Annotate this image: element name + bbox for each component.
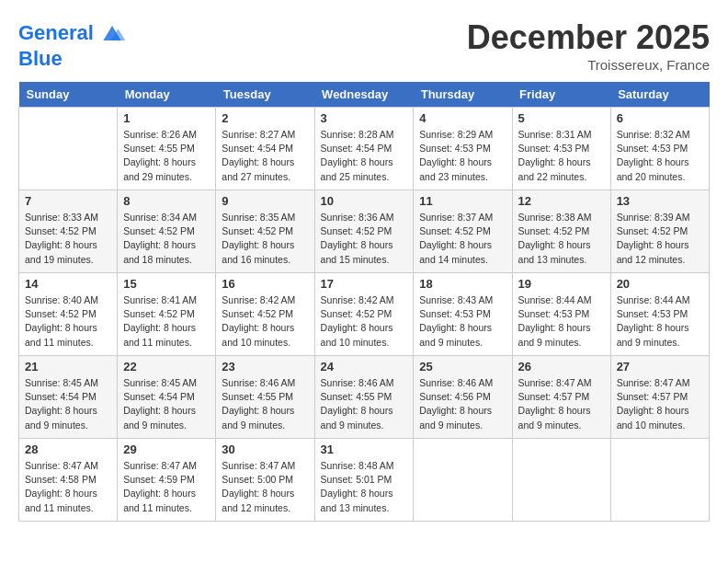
day-cell: 10Sunrise: 8:36 AMSunset: 4:52 PMDayligh… [314,190,414,273]
day-header-friday: Friday [512,82,610,108]
day-number: 7 [25,194,111,208]
day-info: Sunrise: 8:47 AMSunset: 4:58 PMDaylight:… [25,459,111,515]
week-row-5: 28Sunrise: 8:47 AMSunset: 4:58 PMDayligh… [19,439,710,522]
day-cell: 15Sunrise: 8:41 AMSunset: 4:52 PMDayligh… [118,273,216,356]
day-number: 11 [419,194,506,208]
week-row-2: 7Sunrise: 8:33 AMSunset: 4:52 PMDaylight… [19,190,710,273]
week-row-3: 14Sunrise: 8:40 AMSunset: 4:52 PMDayligh… [19,273,710,356]
day-number: 12 [518,194,605,208]
logo: General Blue [18,18,127,70]
day-info: Sunrise: 8:48 AMSunset: 5:01 PMDaylight:… [321,459,408,515]
day-header-saturday: Saturday [610,82,709,108]
day-info: Sunrise: 8:42 AMSunset: 4:52 PMDaylight:… [321,293,408,350]
day-cell: 19Sunrise: 8:44 AMSunset: 4:53 PMDayligh… [512,273,610,356]
day-info: Sunrise: 8:26 AMSunset: 4:55 PMDaylight:… [123,128,210,184]
day-info: Sunrise: 8:39 AMSunset: 4:52 PMDaylight:… [617,211,703,267]
day-cell: 26Sunrise: 8:47 AMSunset: 4:57 PMDayligh… [512,356,610,439]
day-info: Sunrise: 8:32 AMSunset: 4:53 PMDaylight:… [617,128,703,184]
day-cell: 28Sunrise: 8:47 AMSunset: 4:58 PMDayligh… [19,439,118,522]
day-cell: 12Sunrise: 8:38 AMSunset: 4:52 PMDayligh… [512,190,610,273]
day-info: Sunrise: 8:36 AMSunset: 4:52 PMDaylight:… [321,211,408,267]
day-cell: 8Sunrise: 8:34 AMSunset: 4:52 PMDaylight… [118,190,216,273]
day-info: Sunrise: 8:41 AMSunset: 4:52 PMDaylight:… [123,293,210,350]
day-number: 8 [123,194,210,208]
day-cell: 21Sunrise: 8:45 AMSunset: 4:54 PMDayligh… [19,356,118,439]
day-number: 31 [321,442,408,456]
day-number: 24 [321,360,408,373]
day-cell: 25Sunrise: 8:46 AMSunset: 4:56 PMDayligh… [414,356,512,439]
day-cell: 27Sunrise: 8:47 AMSunset: 4:57 PMDayligh… [610,356,709,439]
day-number: 5 [518,111,605,125]
day-cell: 16Sunrise: 8:42 AMSunset: 4:52 PMDayligh… [216,273,314,356]
day-number: 1 [123,111,210,125]
page-header: General Blue December 2025 Troissereux, … [18,18,710,73]
day-number: 6 [617,111,703,125]
week-row-1: 1Sunrise: 8:26 AMSunset: 4:55 PMDaylight… [19,108,710,190]
day-number: 30 [222,442,308,456]
day-number: 16 [222,277,308,291]
day-header-monday: Monday [118,82,216,108]
day-cell: 2Sunrise: 8:27 AMSunset: 4:54 PMDaylight… [216,108,314,190]
day-header-thursday: Thursday [414,82,512,108]
day-info: Sunrise: 8:45 AMSunset: 4:54 PMDaylight:… [25,376,111,432]
day-number: 20 [617,277,703,291]
day-cell: 20Sunrise: 8:44 AMSunset: 4:53 PMDayligh… [610,273,709,356]
day-number: 14 [25,277,111,291]
day-info: Sunrise: 8:47 AMSunset: 4:57 PMDaylight:… [617,376,703,432]
logo-icon [97,18,127,48]
day-number: 19 [518,277,605,291]
day-info: Sunrise: 8:33 AMSunset: 4:52 PMDaylight:… [25,211,111,267]
day-number: 18 [419,277,506,291]
day-info: Sunrise: 8:47 AMSunset: 4:57 PMDaylight:… [518,376,605,432]
day-cell: 31Sunrise: 8:48 AMSunset: 5:01 PMDayligh… [314,439,414,522]
day-number: 2 [222,111,308,125]
day-number: 15 [123,277,210,291]
day-cell: 9Sunrise: 8:35 AMSunset: 4:52 PMDaylight… [216,190,314,273]
day-number: 13 [617,194,703,208]
day-info: Sunrise: 8:31 AMSunset: 4:53 PMDaylight:… [518,128,605,184]
day-number: 25 [419,360,506,373]
day-cell: 22Sunrise: 8:45 AMSunset: 4:54 PMDayligh… [118,356,216,439]
day-cell [512,439,610,522]
day-cell [19,108,118,190]
day-info: Sunrise: 8:46 AMSunset: 4:55 PMDaylight:… [222,376,308,432]
day-cell: 4Sunrise: 8:29 AMSunset: 4:53 PMDaylight… [414,108,512,190]
day-info: Sunrise: 8:27 AMSunset: 4:54 PMDaylight:… [222,128,308,184]
day-info: Sunrise: 8:46 AMSunset: 4:56 PMDaylight:… [419,376,506,432]
day-number: 17 [321,277,408,291]
day-cell: 24Sunrise: 8:46 AMSunset: 4:55 PMDayligh… [314,356,414,439]
day-info: Sunrise: 8:43 AMSunset: 4:53 PMDaylight:… [419,293,506,350]
day-number: 22 [123,360,210,373]
day-cell: 30Sunrise: 8:47 AMSunset: 5:00 PMDayligh… [216,439,314,522]
day-number: 29 [123,442,210,456]
day-cell: 3Sunrise: 8:28 AMSunset: 4:54 PMDaylight… [314,108,414,190]
day-cell: 18Sunrise: 8:43 AMSunset: 4:53 PMDayligh… [414,273,512,356]
day-info: Sunrise: 8:44 AMSunset: 4:53 PMDaylight:… [617,293,703,350]
day-info: Sunrise: 8:38 AMSunset: 4:52 PMDaylight:… [518,211,605,267]
day-cell: 14Sunrise: 8:40 AMSunset: 4:52 PMDayligh… [19,273,118,356]
week-row-4: 21Sunrise: 8:45 AMSunset: 4:54 PMDayligh… [19,356,710,439]
day-header-tuesday: Tuesday [216,82,314,108]
logo-blue: Blue [18,48,127,70]
day-cell: 13Sunrise: 8:39 AMSunset: 4:52 PMDayligh… [610,190,709,273]
day-cell [414,439,512,522]
day-info: Sunrise: 8:35 AMSunset: 4:52 PMDaylight:… [222,211,308,267]
day-cell: 1Sunrise: 8:26 AMSunset: 4:55 PMDaylight… [118,108,216,190]
day-number: 21 [25,360,111,373]
day-number: 28 [25,442,111,456]
calendar-table: SundayMondayTuesdayWednesdayThursdayFrid… [18,82,710,522]
day-number: 3 [321,111,408,125]
day-info: Sunrise: 8:28 AMSunset: 4:54 PMDaylight:… [321,128,408,184]
day-header-wednesday: Wednesday [314,82,414,108]
day-info: Sunrise: 8:34 AMSunset: 4:52 PMDaylight:… [123,211,210,267]
day-info: Sunrise: 8:46 AMSunset: 4:55 PMDaylight:… [321,376,408,432]
month-title: December 2025 [467,18,710,57]
location: Troissereux, France [467,57,710,73]
day-cell: 5Sunrise: 8:31 AMSunset: 4:53 PMDaylight… [512,108,610,190]
day-number: 9 [222,194,308,208]
day-number: 23 [222,360,308,373]
day-info: Sunrise: 8:40 AMSunset: 4:52 PMDaylight:… [25,293,111,350]
day-number: 10 [321,194,408,208]
day-number: 4 [419,111,506,125]
day-cell: 7Sunrise: 8:33 AMSunset: 4:52 PMDaylight… [19,190,118,273]
